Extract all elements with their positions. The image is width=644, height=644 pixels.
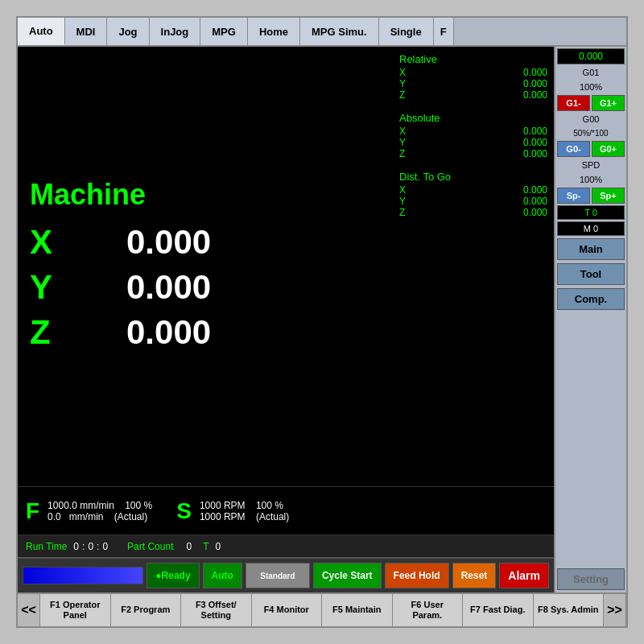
- run-time-s: 0: [102, 541, 108, 552]
- abs-x-value: 0.000: [415, 126, 547, 137]
- feed-label: F: [26, 498, 39, 524]
- axis-z-label: Z: [30, 313, 78, 352]
- part-count-label: Part Count: [127, 541, 173, 552]
- alarm-button[interactable]: Alarm: [499, 563, 549, 588]
- axis-z-value: 0.000: [126, 313, 211, 352]
- dist-x-value: 0.000: [415, 184, 547, 196]
- fkey-f3[interactable]: F3 Offset/ Setting: [181, 594, 252, 626]
- rel-y-axis: Y: [399, 78, 415, 89]
- fkey-prev[interactable]: <<: [18, 594, 40, 626]
- abs-z-value: 0.000: [415, 148, 547, 159]
- spindle-rpm: 1000 RPM 100 %: [200, 500, 289, 511]
- abs-z-axis: Z: [399, 148, 415, 159]
- feed-hold-button[interactable]: Feed Hold: [385, 563, 449, 588]
- sb-g00-label: G00: [557, 113, 625, 126]
- dro-main: Machine X 0.000 Y 0.000 Z 0.000: [18, 47, 393, 486]
- sb-g1plus-btn[interactable]: G1+: [592, 95, 625, 111]
- abs-x-axis: X: [399, 126, 415, 137]
- sb-m-row: M 0: [584, 224, 598, 233]
- axis-row-z: Z 0.000: [30, 313, 381, 352]
- fkey-f4[interactable]: F4 Monitor: [252, 594, 323, 626]
- spindle-actual-rpm: 1000 RPM: [200, 511, 246, 522]
- cycle-start-button[interactable]: Cycle Start: [313, 563, 382, 588]
- feed-actual: 0.0 mm/min (Actual): [47, 511, 152, 522]
- sb-g0plus-btn[interactable]: G0+: [592, 141, 625, 157]
- feed-speed-row: F 1000.0 mm/min 100 % 0.0 mm/min (Actual…: [18, 486, 554, 535]
- spindle-label: S: [176, 498, 192, 524]
- feed-actual-label: mm/min: [69, 511, 104, 522]
- dist-z-value: 0.000: [415, 207, 547, 218]
- fkey-f1[interactable]: F1 Operator Panel: [40, 594, 111, 626]
- sb-g1minus-btn[interactable]: G1-: [557, 95, 590, 111]
- fkey-f7[interactable]: F7 Fast Diag.: [463, 594, 534, 626]
- dist-x-axis: X: [399, 184, 415, 196]
- relative-z-row: Z 0.000: [399, 89, 547, 101]
- abs-y-value: 0.000: [415, 137, 547, 148]
- dro-right: Relative X 0.000 Y 0.000 Z 0.000: [393, 47, 554, 486]
- sb-g01-label: G01: [557, 66, 625, 79]
- t-label: T: [203, 541, 208, 552]
- fkey-f8[interactable]: F8 Sys. Admin: [534, 594, 605, 626]
- reset-button[interactable]: Reset: [452, 563, 497, 588]
- spindle-percent: 100 %: [256, 500, 283, 511]
- standard-button[interactable]: Standard: [246, 563, 310, 588]
- feed-rate-value: 1000.0 mm/min: [47, 500, 114, 511]
- feed-percent: 100 %: [125, 500, 152, 511]
- axis-y-value: 0.000: [126, 268, 211, 307]
- ready-button[interactable]: ●Ready: [147, 563, 199, 588]
- sb-spplus-btn[interactable]: Sp+: [592, 188, 625, 204]
- main-area: Machine X 0.000 Y 0.000 Z 0.000: [18, 47, 626, 592]
- spindle-info: 1000 RPM 100 % 1000 RPM (Actual): [200, 500, 289, 522]
- auto-button[interactable]: Auto: [203, 563, 242, 588]
- sb-spd-label: SPD: [557, 159, 625, 171]
- sb-comp-btn[interactable]: Comp.: [557, 288, 625, 310]
- tab-home[interactable]: Home: [248, 18, 300, 45]
- cnc-main: Auto MDI Jog InJog MPG Home MPG Simu. Si…: [16, 16, 628, 628]
- fkey-f2[interactable]: F2 Program: [111, 594, 182, 626]
- tab-mpg[interactable]: MPG: [200, 18, 248, 45]
- colon2: :: [97, 541, 99, 552]
- sb-g0minus-btn[interactable]: G0-: [557, 141, 590, 157]
- relative-x-row: X 0.000: [399, 67, 547, 78]
- dist-x-row: X 0.000: [399, 184, 547, 196]
- axis-x-value: 0.000: [126, 223, 211, 262]
- run-time-label: Run Time: [26, 541, 67, 552]
- sb-setting-btn[interactable]: Setting: [557, 568, 625, 590]
- sb-spminus-btn[interactable]: Sp-: [557, 188, 590, 204]
- sb-value1: 0.000: [557, 48, 625, 64]
- spindle-actual-text: (Actual): [256, 511, 289, 522]
- right-sidebar: 0.000 G01 100% G1- G1+ G00 50%/*100 G0- …: [554, 47, 626, 592]
- relative-y-row: Y 0.000: [399, 78, 547, 89]
- absolute-y-row: Y 0.000: [399, 137, 547, 148]
- sb-pct50-label: 50%/*100: [557, 127, 625, 139]
- display-area: Machine X 0.000 Y 0.000 Z 0.000: [18, 47, 554, 592]
- machine-label: Machine: [30, 178, 381, 212]
- sb-t-indicator: T 0: [557, 205, 625, 220]
- dist-y-value: 0.000: [415, 196, 547, 207]
- tab-f[interactable]: F: [434, 18, 454, 45]
- tab-mpg-simu[interactable]: MPG Simu.: [300, 18, 379, 45]
- relative-label: Relative: [399, 53, 547, 65]
- sb-tool-btn[interactable]: Tool: [557, 263, 625, 285]
- fkey-f5[interactable]: F5 Maintain: [322, 594, 393, 626]
- sb-g0-row: G0- G0+: [557, 141, 625, 157]
- axis-y-label: Y: [30, 268, 78, 307]
- relative-block: Relative X 0.000 Y 0.000 Z 0.000: [399, 53, 547, 101]
- rel-y-value: 0.000: [415, 78, 547, 89]
- axis-x-label: X: [30, 223, 78, 262]
- sb-pct100-label: 100%: [557, 80, 625, 93]
- sb-g1-row: G1- G1+: [557, 95, 625, 111]
- feed-rate: 1000.0 mm/min 100 %: [47, 500, 152, 511]
- rel-z-value: 0.000: [415, 89, 547, 101]
- fkey-next[interactable]: >>: [604, 594, 626, 626]
- tab-injog[interactable]: InJog: [150, 18, 201, 45]
- tab-mdi[interactable]: MDI: [65, 18, 108, 45]
- dro-section: Machine X 0.000 Y 0.000 Z 0.000: [18, 47, 554, 486]
- tab-auto[interactable]: Auto: [18, 18, 65, 45]
- sb-main-btn[interactable]: Main: [557, 238, 625, 260]
- run-time-h: 0: [73, 541, 79, 552]
- tab-single[interactable]: Single: [379, 18, 434, 45]
- tab-jog[interactable]: Jog: [107, 18, 149, 45]
- dist-label: Dist. To Go: [399, 171, 547, 183]
- fkey-f6[interactable]: F6 User Param.: [393, 594, 464, 626]
